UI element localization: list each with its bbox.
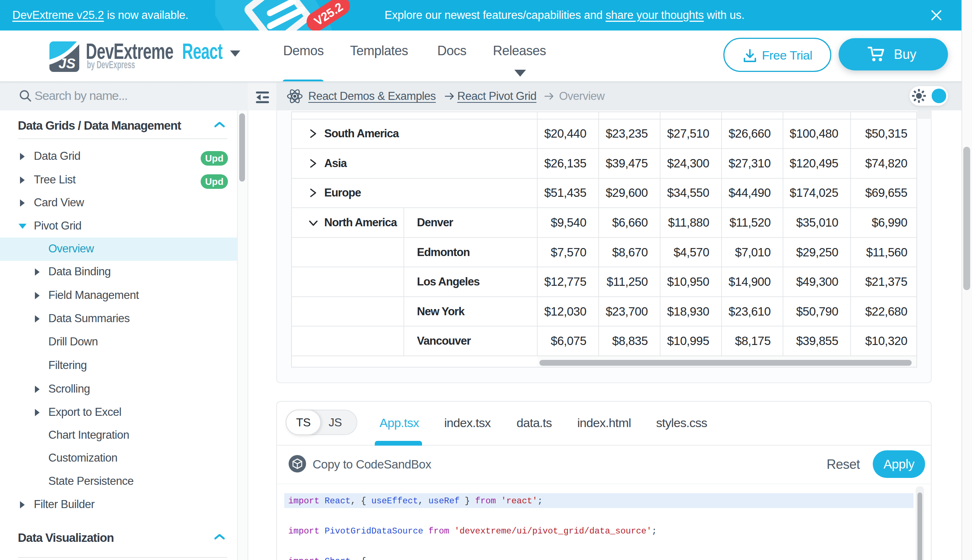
svg-text:JS: JS [59,56,75,71]
